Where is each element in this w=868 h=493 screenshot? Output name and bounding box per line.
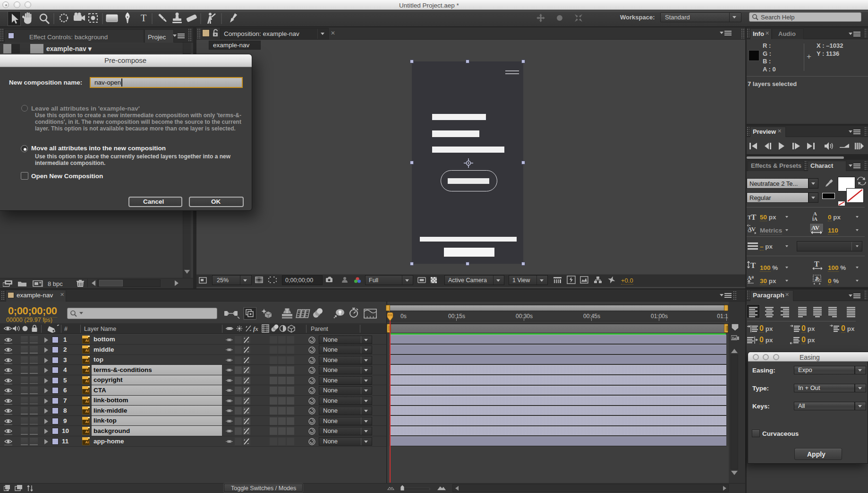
svg-text:T: T: [751, 213, 757, 221]
svg-text:T: T: [750, 261, 756, 270]
svg-text:ĺA: ĺA: [812, 216, 817, 222]
svg-text:あ: あ: [815, 276, 820, 281]
svg-text:fx: fx: [253, 325, 258, 332]
svg-text:T: T: [814, 260, 819, 268]
svg-text:AV: AV: [811, 224, 820, 231]
svg-text:a: a: [751, 274, 754, 279]
svg-text:A̲V: A̲V: [748, 225, 756, 233]
svg-text:T: T: [141, 13, 146, 23]
